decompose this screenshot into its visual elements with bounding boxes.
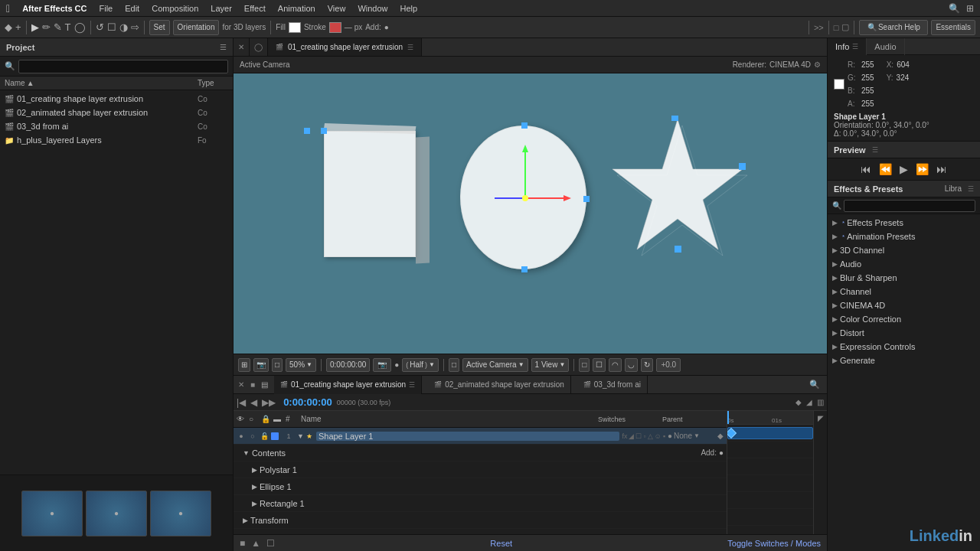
viewer-frame-icon[interactable]: ⊞ (238, 358, 250, 372)
search-icon-menu[interactable]: 🔍 (949, 3, 960, 14)
viewer-toggle3[interactable]: ◠ (609, 358, 622, 372)
project-search-input[interactable] (18, 60, 228, 73)
effects-category-blur[interactable]: ▶ Blur & Sharpen (828, 271, 980, 285)
tl-solo-1[interactable]: ○ (248, 432, 257, 440)
view-layout-dropdown[interactable]: 1 View ▼ (531, 358, 570, 372)
tl-layer-row-geometry[interactable]: ▼ Geometry Options (234, 529, 727, 534)
tl-add-dot-icon[interactable]: ● (719, 448, 724, 457)
project-panel-menu-icon[interactable]: ☰ (220, 43, 227, 51)
comp-tab-1[interactable]: 🎬 01_creating shape layer extrusion ☰ (268, 38, 422, 56)
tl-switch-3d-icon[interactable]: ☐ (635, 432, 642, 440)
effects-category-animation[interactable]: ▶ * Animation Presets (828, 230, 980, 243)
search-help-button[interactable]: 🔍 Search Help (859, 20, 928, 35)
set-button[interactable]: Set (149, 20, 170, 35)
tl-arrow-ellipse[interactable]: ▶ (252, 483, 257, 491)
effects-category-cinema4d[interactable]: ▶ CINEMA 4D (828, 298, 980, 312)
menu-file[interactable]: File (99, 4, 113, 13)
tl-tab-2[interactable]: 🎬 02_animated shape layer extrusion (428, 376, 571, 394)
toolbar-icon1[interactable]: ◆ (5, 21, 12, 33)
fill-color[interactable] (289, 22, 301, 33)
essentials-button[interactable]: Essentials (931, 20, 975, 35)
tl-graph-icon[interactable]: ▥ (817, 398, 824, 406)
info-tab-audio[interactable]: Audio (867, 38, 904, 55)
toolbar-text[interactable]: T (65, 21, 71, 33)
viewer-icon1[interactable]: □ (449, 358, 459, 372)
tl-collapse-1[interactable]: ▼ (297, 432, 304, 440)
effects-category-audio[interactable]: ▶ Audio (828, 257, 980, 271)
preview-next-frame-btn[interactable]: ⏩ (913, 163, 931, 175)
tl-tab-1[interactable]: 🎬 01_creating shape layer extrusion ☰ (274, 376, 422, 394)
info-tab-menu-icon[interactable]: ☰ (852, 43, 858, 51)
tl-switch-frame-icon[interactable]: ▪ (663, 432, 665, 440)
preview-play-btn[interactable]: ▶ (897, 163, 910, 175)
menu-animation[interactable]: Animation (278, 4, 315, 13)
tl-play-prev-icon[interactable]: |◀ (237, 397, 246, 408)
viewer-toggle2[interactable]: ☐ (593, 358, 606, 372)
tl-name-1[interactable]: Shape Layer 1 (316, 432, 619, 441)
zoom-dropdown[interactable]: 50% ▼ (286, 358, 316, 372)
toggle-switches-label[interactable]: Toggle Switches / Modes (727, 539, 821, 548)
tl-layer-row-contents[interactable]: ▼ Contents Add: ● (234, 445, 727, 461)
comp-expand-btn[interactable]: ◯ (250, 38, 268, 56)
tl-switch-effects-icon[interactable]: ☺ (655, 432, 662, 440)
effects-category-3dchannel[interactable]: ▶ 3D Channel (828, 243, 980, 257)
project-item-4[interactable]: 📁 h_plus_layered Layers Fo (0, 133, 233, 147)
effects-menu-icon[interactable]: ☰ (968, 185, 974, 193)
quality-dropdown[interactable]: ( Half ) ▼ (402, 358, 439, 372)
viewer-toggle5[interactable]: ↻ (641, 358, 653, 372)
tl-keyframe-icon[interactable]: ◆ (795, 398, 802, 406)
viewer-region-icon[interactable]: □ (272, 358, 283, 372)
project-item-3[interactable]: 🎬 03_3d from ai Co (0, 119, 233, 133)
tl-arrow-rectangle[interactable]: ▶ (252, 500, 257, 507)
menu-composition[interactable]: Composition (152, 4, 198, 13)
effects-search-input[interactable] (844, 200, 975, 212)
time-dropdown[interactable]: 0:00:00:00 (326, 358, 370, 372)
tl-switch-motion-icon[interactable]: ◢ (629, 432, 634, 440)
tl-lock-1[interactable]: 🔓 (260, 432, 269, 440)
toolbar-3d[interactable]: ☐ (107, 21, 116, 33)
track-bar-1[interactable] (727, 427, 813, 439)
tl-collapse-contents[interactable]: ▼ (243, 449, 250, 457)
close-icon-left[interactable]: ✕ (238, 43, 244, 51)
menu-help[interactable]: Help (400, 4, 418, 13)
info-tab-info[interactable]: Info ☰ (828, 38, 867, 55)
effects-category-generate[interactable]: ▶ Generate (828, 354, 980, 367)
tl-layer-row-polystar[interactable]: ▶ Polystar 1 (234, 461, 727, 478)
menu-window[interactable]: Window (358, 4, 387, 13)
tl-tab-menu-1[interactable]: ☰ (409, 381, 415, 389)
tl-time-display[interactable]: 0:00:00:00 (283, 396, 332, 408)
tl-bottom-icon1[interactable]: ■ (240, 538, 245, 549)
renderer-settings-icon[interactable]: ⚙ (814, 60, 821, 69)
menu-layer[interactable]: Layer (211, 4, 232, 13)
tl-reset-label[interactable]: Reset (490, 539, 512, 548)
effects-category-presets[interactable]: ▶ * Effects Presets (828, 216, 980, 230)
tl-arrow-polystar[interactable]: ▶ (252, 466, 257, 474)
preview-first-frame-btn[interactable]: ⏮ (858, 163, 874, 175)
preview-menu-icon[interactable]: ☰ (872, 146, 878, 154)
viewer-toggle1[interactable]: □ (579, 358, 590, 372)
viewer-toggle4[interactable]: ◡ (625, 358, 638, 372)
toolbar-rotate[interactable]: ↺ (96, 21, 104, 33)
tl-keyframe-nav-1[interactable]: ◆ (717, 432, 724, 440)
tl-eye-1[interactable]: ● (237, 432, 246, 440)
viewer-canvas[interactable] (234, 73, 827, 354)
tl-layer-row-ellipse[interactable]: ▶ Ellipse 1 (234, 478, 727, 495)
toolbar-camera[interactable]: ◑ (119, 21, 128, 33)
comp-tab-options-1[interactable]: ☰ (407, 44, 413, 51)
menu-view[interactable]: View (328, 4, 346, 13)
toolbar-shape[interactable]: ◯ (74, 21, 86, 33)
orientation-dropdown[interactable]: Orientation (173, 20, 220, 35)
tl-switch-fx-icon[interactable]: fx (622, 432, 627, 440)
effects-category-colorcorrection[interactable]: ▶ Color Correction (828, 312, 980, 326)
project-item-1[interactable]: 🎬 01_creating shape layer extrusion Co (0, 92, 233, 106)
tl-layer-row-rectangle[interactable]: ▶ Rectangle 1 (234, 495, 727, 512)
tl-search-icon[interactable]: 🔍 (807, 380, 822, 390)
tl-switch-collapse-icon[interactable]: ▫ (643, 432, 645, 440)
tl-layer-row-1[interactable]: ● ○ 🔓 1 ▼ ★ Shape Layer 1 fx ◢ ☐ ▫ (234, 428, 727, 445)
menu-edit[interactable]: Edit (125, 4, 139, 13)
viewer-camera-icon[interactable]: 📷 (373, 358, 391, 372)
viewer-snapshot-icon[interactable]: 📷 (253, 358, 269, 372)
preview-last-frame-btn[interactable]: ⏭ (934, 163, 949, 175)
tl-motion-icon[interactable]: ◢ (806, 398, 812, 406)
toolbar-move[interactable]: ⇨ (131, 21, 139, 33)
